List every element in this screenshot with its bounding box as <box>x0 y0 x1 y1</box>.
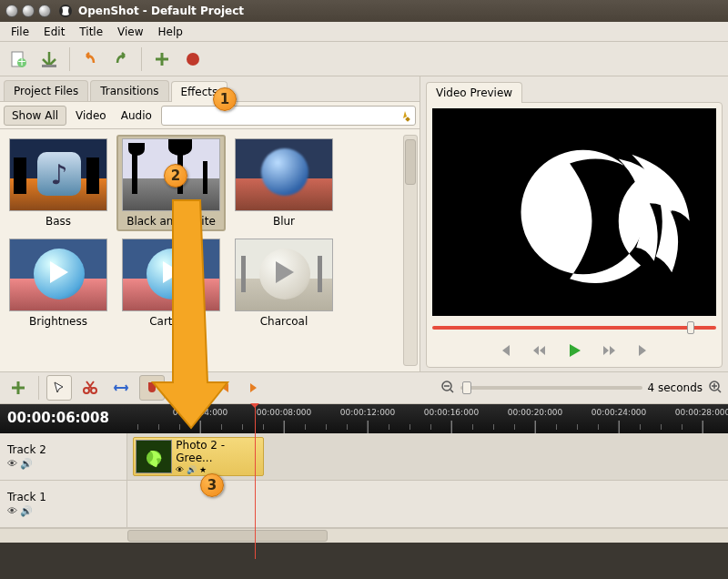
effect-label: Charcoal <box>260 315 308 328</box>
app-icon <box>58 4 73 18</box>
effect-blur[interactable]: Blur <box>229 135 339 231</box>
effect-label: Black and White <box>126 215 216 228</box>
clip-icons: 👁 🔊 ★ <box>176 465 261 475</box>
track-body[interactable]: Photo 2 - Gree... 👁 🔊 ★ <box>127 433 728 480</box>
record-button[interactable] <box>180 46 206 72</box>
menu-file[interactable]: File <box>4 24 36 40</box>
effects-search-input[interactable] <box>161 106 416 126</box>
effect-label: Cartoon <box>149 315 193 328</box>
zoom-out-icon[interactable] <box>440 380 455 397</box>
callout-3: 3 <box>200 473 224 497</box>
effect-charcoal[interactable]: Charcoal <box>229 235 339 331</box>
filter-show-all[interactable]: Show All <box>4 106 66 126</box>
svg-rect-6 <box>405 117 410 122</box>
save-project-button[interactable] <box>36 46 62 72</box>
zoom-slider[interactable] <box>460 386 642 390</box>
callout-1: 1 <box>213 87 237 111</box>
forward-button[interactable] <box>596 338 622 363</box>
timeline-ruler[interactable]: 00:00:06:008 00:00:04:00000:00:08:00000:… <box>0 404 728 433</box>
track-1: Track 1 👁 🔊 <box>0 481 728 528</box>
clip-title: Photo 2 - Gree... <box>176 439 261 465</box>
filter-video[interactable]: Video <box>70 107 112 125</box>
zoom-label: 4 seconds <box>648 381 703 394</box>
track-name: Track 2 <box>7 443 119 456</box>
tab-video-preview[interactable]: Video Preview <box>426 82 522 103</box>
effect-cartoon[interactable]: Cartoon <box>116 235 226 331</box>
snap-tool-button[interactable] <box>139 375 165 401</box>
assets-pane: Project Files Transitions Effects Show A… <box>0 76 420 371</box>
gallery-scrollbar[interactable] <box>403 135 418 366</box>
menubar: File Edit Title View Help <box>0 22 728 42</box>
seek-thumb[interactable] <box>687 321 694 334</box>
track-2: Track 2 👁 🔊 Photo 2 - Gree... 👁 🔊 ★ <box>0 433 728 481</box>
effect-bass[interactable]: ♪ Bass <box>4 135 113 231</box>
effect-label: Bass <box>46 215 71 228</box>
timeline-toolbar: 4 seconds <box>0 371 728 404</box>
transport-controls <box>432 340 716 361</box>
playhead[interactable] <box>255 404 256 559</box>
clear-search-icon[interactable] <box>399 109 411 122</box>
skip-end-button[interactable] <box>631 338 656 363</box>
effects-filter-row: Show All Video Audio <box>0 102 420 129</box>
timeline-tracks: Track 2 👁 🔊 Photo 2 - Gree... 👁 🔊 ★ Trac… <box>0 433 728 543</box>
clip-photo-2[interactable]: Photo 2 - Gree... 👁 🔊 ★ <box>133 437 264 476</box>
current-time: 00:00:06:008 <box>7 410 109 426</box>
svg-text:+: + <box>17 56 26 68</box>
main-toolbar: + <box>0 42 728 76</box>
menu-help[interactable]: Help <box>151 24 190 40</box>
track-header[interactable]: Track 1 👁 🔊 <box>0 481 127 527</box>
effect-label: Brightness <box>29 315 87 328</box>
menu-title[interactable]: Title <box>72 24 110 40</box>
import-files-button[interactable] <box>149 46 175 72</box>
menu-view[interactable]: View <box>110 24 150 40</box>
razor-tool-button[interactable] <box>77 375 103 401</box>
svg-rect-4 <box>42 65 56 67</box>
preview-pane: Video Preview <box>420 76 728 371</box>
track-header[interactable]: Track 2 👁 🔊 <box>0 433 127 480</box>
rewind-button[interactable] <box>527 338 552 363</box>
track-toggles[interactable]: 👁 🔊 <box>7 505 119 517</box>
filter-audio[interactable]: Audio <box>116 107 157 125</box>
effect-brightness[interactable]: Brightness <box>4 235 113 331</box>
window-minimize-button[interactable] <box>22 5 35 17</box>
timeline-h-scrollbar[interactable] <box>0 528 728 543</box>
new-project-button[interactable]: + <box>5 46 31 72</box>
window-maximize-button[interactable] <box>38 5 51 17</box>
seek-bar[interactable] <box>432 320 716 336</box>
prev-marker-button[interactable] <box>211 375 237 401</box>
tab-transitions[interactable]: Transitions <box>90 80 168 101</box>
zoom-in-icon[interactable] <box>708 380 723 397</box>
window-titlebar: OpenShot - Default Project <box>0 0 728 22</box>
window-close-button[interactable] <box>5 5 18 17</box>
add-marker-button[interactable] <box>180 375 206 401</box>
video-preview <box>432 108 716 316</box>
menu-edit[interactable]: Edit <box>36 24 72 40</box>
svg-point-5 <box>187 53 199 66</box>
window-title: OpenShot - Default Project <box>78 5 244 17</box>
track-toggles[interactable]: 👁 🔊 <box>7 458 119 470</box>
tab-project-files[interactable]: Project Files <box>4 80 88 101</box>
play-button[interactable] <box>561 338 587 363</box>
undo-button[interactable] <box>77 46 103 72</box>
asset-tabs: Project Files Transitions Effects <box>0 76 420 102</box>
callout-2: 2 <box>164 164 187 188</box>
resize-tool-button[interactable] <box>108 375 134 401</box>
selection-tool-button[interactable] <box>46 375 72 401</box>
next-marker-button[interactable] <box>242 375 268 401</box>
preview-frame-icon <box>432 108 716 316</box>
effects-gallery: ♪ Bass Black and White <box>0 129 420 371</box>
add-track-button[interactable] <box>5 375 31 401</box>
effect-label: Blur <box>273 215 295 228</box>
redo-button[interactable] <box>108 46 134 72</box>
track-name: Track 1 <box>7 491 119 503</box>
skip-start-button[interactable] <box>492 338 518 363</box>
